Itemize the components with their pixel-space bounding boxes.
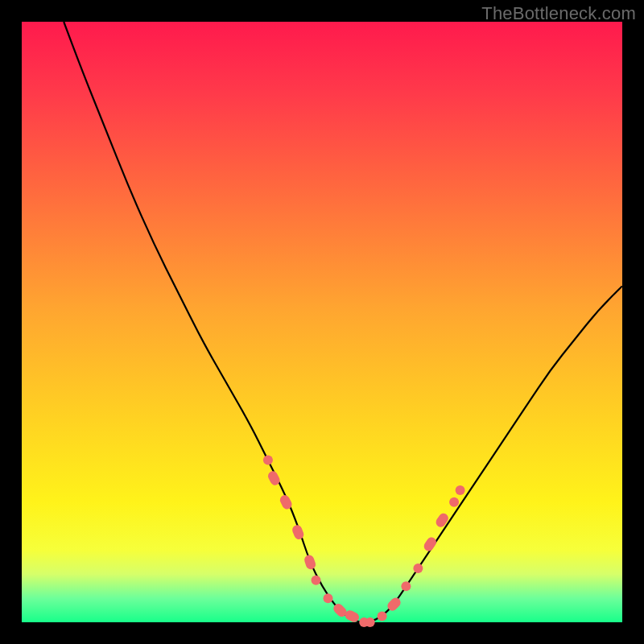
- curve-marker: [263, 456, 273, 465]
- chart-frame: TheBottleneck.com: [0, 0, 644, 644]
- chart-svg: [22, 22, 622, 622]
- bottleneck-curve-path: [64, 22, 622, 622]
- curve-marker: [312, 576, 321, 585]
- curve-marker: [324, 593, 333, 603]
- curve-marker: [303, 554, 317, 571]
- curve-marker: [434, 511, 450, 529]
- plot-area: [22, 22, 622, 622]
- curve-marker: [378, 612, 387, 621]
- curve-marker: [449, 497, 459, 507]
- watermark-text: TheBottleneck.com: [481, 3, 636, 24]
- curve-marker: [456, 485, 465, 495]
- curve-marker: [413, 564, 423, 573]
- curve-marker: [422, 535, 438, 553]
- curve-marker: [291, 524, 305, 541]
- curve-marker: [365, 617, 375, 627]
- curve-marker: [401, 581, 411, 591]
- curve-markers: [263, 456, 465, 627]
